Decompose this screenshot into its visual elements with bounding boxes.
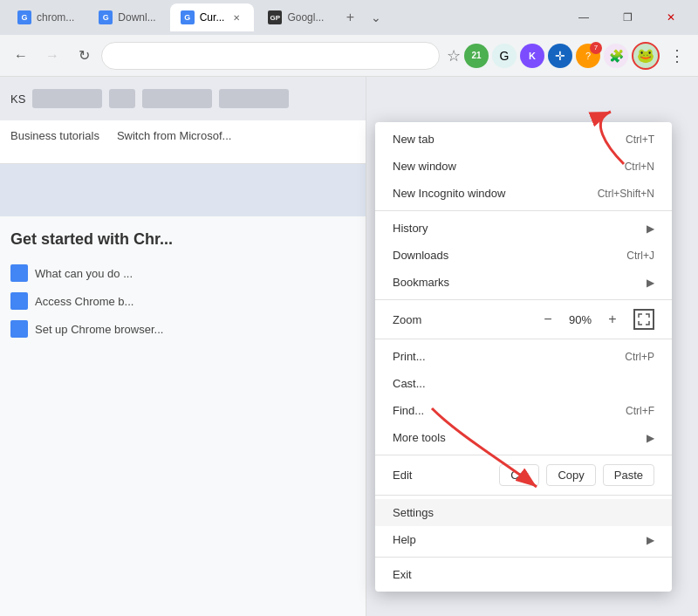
menu-incognito-label: New Incognito window: [393, 187, 598, 200]
menu-settings-label: Settings: [393, 506, 654, 519]
extension-icons: 21 G K ✛ ? 7 🧩 🐸: [464, 42, 691, 70]
copy-button[interactable]: Copy: [546, 464, 595, 486]
tab-label-2: Downl...: [118, 11, 155, 24]
menu-help-arrow: ▶: [647, 534, 654, 546]
menu-downloads-label: Downloads: [393, 249, 626, 262]
tab-dropdown-button[interactable]: ⌄: [366, 7, 387, 28]
menu-history-arrow: ▶: [647, 222, 654, 235]
menu-item-history[interactable]: History ▶: [375, 215, 672, 242]
menu-zoom-row: Zoom − 90% +: [375, 304, 672, 335]
menu-new-window-shortcut: Ctrl+N: [625, 161, 654, 173]
menu-item-help[interactable]: Help ▶: [375, 526, 672, 553]
menu-bookmarks-arrow: ▶: [647, 277, 654, 289]
ext-icon-2[interactable]: G: [492, 44, 517, 68]
menu-item-cast[interactable]: Cast...: [375, 370, 672, 397]
menu-edit-label: Edit: [393, 469, 492, 482]
ext-icon-1[interactable]: 21: [464, 44, 489, 68]
sidebar-box2: [109, 89, 135, 108]
menu-item-print[interactable]: Print... Ctrl+P: [375, 343, 672, 370]
menu-item-new-incognito[interactable]: New Incognito window Ctrl+Shift+N: [375, 180, 672, 207]
menu-item-new-window[interactable]: New window Ctrl+N: [375, 153, 672, 180]
tab-current[interactable]: G Cur... ✕: [170, 3, 255, 31]
page-title: Get started with Chr...: [10, 230, 355, 249]
window-controls: — ❐ ✕: [564, 0, 691, 35]
tab-favicon-1: G: [17, 10, 31, 24]
bookmark-star[interactable]: ☆: [447, 46, 461, 65]
profile-icon[interactable]: 🐸: [632, 42, 660, 70]
page-sidebar: KS Business tutorials Switch from Micros…: [0, 77, 366, 616]
menu-incognito-shortcut: Ctrl+Shift+N: [598, 188, 654, 200]
menu-find-shortcut: Ctrl+F: [626, 405, 654, 417]
toolbar: ← → ↻ ☆ 21 G K ✛ ? 7: [0, 35, 698, 77]
ext-icon-5[interactable]: ? 7: [576, 44, 600, 68]
chrome-menu: New tab Ctrl+T New window Ctrl+N New Inc…: [375, 122, 672, 592]
tab-label-3: Cur...: [200, 11, 225, 24]
close-button[interactable]: ✕: [651, 0, 691, 35]
fullscreen-button[interactable]: [633, 309, 654, 330]
ext-icon-puzzle[interactable]: 🧩: [604, 44, 628, 68]
chrome-menu-button[interactable]: ⋮: [663, 42, 691, 70]
forward-button[interactable]: →: [38, 42, 66, 70]
tab-favicon-2: G: [99, 10, 113, 24]
menu-print-label: Print...: [393, 350, 625, 363]
menu-cast-label: Cast...: [393, 377, 654, 390]
menu-item-exit[interactable]: Exit: [375, 561, 672, 588]
reload-button[interactable]: ↻: [70, 42, 98, 70]
tab-google[interactable]: GP Googl...: [257, 3, 334, 31]
breadcrumb: Business tutorials Switch from Microsof.…: [0, 120, 366, 151]
list-text-2: Access Chrome b...: [35, 295, 133, 308]
list-icon-1: [10, 264, 28, 282]
menu-new-window-label: New window: [393, 160, 625, 173]
ext-icon-3[interactable]: K: [520, 44, 544, 68]
maximize-button[interactable]: ❐: [607, 0, 647, 35]
sidebar-box4: [219, 89, 289, 108]
menu-new-tab-shortcut: Ctrl+T: [626, 133, 654, 146]
zoom-decrease-button[interactable]: −: [537, 309, 558, 330]
zoom-increase-button[interactable]: +: [602, 309, 623, 330]
list-item-2: Access Chrome b...: [10, 287, 355, 315]
menu-help-label: Help: [393, 533, 640, 546]
divider-6: [375, 557, 672, 558]
page-content: KS Business tutorials Switch from Micros…: [0, 77, 698, 616]
list-item-1: What can you do ...: [10, 259, 355, 287]
sidebar-top: KS: [0, 77, 366, 120]
back-button[interactable]: ←: [7, 42, 35, 70]
zoom-value: 90%: [558, 313, 602, 326]
menu-zoom-label: Zoom: [393, 313, 537, 326]
menu-item-bookmarks[interactable]: Bookmarks ▶: [375, 269, 672, 296]
menu-more-tools-arrow: ▶: [647, 432, 654, 444]
tab-favicon-3: G: [181, 10, 195, 24]
tab-chrom[interactable]: G chrom...: [7, 3, 85, 31]
menu-exit-label: Exit: [393, 568, 654, 581]
minimize-button[interactable]: —: [564, 0, 604, 35]
breadcrumb-item-1[interactable]: Business tutorials: [10, 129, 99, 142]
url-bar[interactable]: [101, 42, 440, 70]
menu-item-more-tools[interactable]: More tools ▶: [375, 424, 672, 451]
menu-item-find[interactable]: Find... Ctrl+F: [375, 397, 672, 424]
sidebar-box3: [142, 89, 212, 108]
list-icon-2: [10, 292, 28, 310]
menu-new-tab-label: New tab: [393, 133, 626, 146]
menu-history-label: History: [393, 222, 640, 235]
menu-item-new-tab[interactable]: New tab Ctrl+T: [375, 126, 672, 153]
divider-4: [375, 455, 672, 455]
menu-edit-row: Edit Cut Copy Paste: [375, 459, 672, 491]
tab-label-4: Googl...: [287, 11, 324, 24]
breadcrumb-item-2[interactable]: Switch from Microsof...: [117, 129, 231, 142]
cut-button[interactable]: Cut: [499, 464, 539, 486]
sidebar-ks-label: KS: [10, 92, 25, 106]
tab-favicon-4: GP: [268, 10, 282, 24]
ext-icon-4[interactable]: ✛: [548, 44, 572, 68]
sidebar-banner: [0, 164, 366, 216]
menu-item-settings[interactable]: Settings: [375, 499, 672, 526]
menu-item-downloads[interactable]: Downloads Ctrl+J: [375, 242, 672, 269]
divider-2: [375, 299, 672, 300]
menu-more-tools-label: More tools: [393, 431, 640, 444]
tab-downloads[interactable]: G Downl...: [88, 3, 166, 31]
tab-label-1: chrom...: [37, 11, 74, 24]
add-tab-button[interactable]: +: [338, 5, 362, 30]
menu-bookmarks-label: Bookmarks: [393, 276, 640, 289]
tab-close-3[interactable]: ✕: [229, 10, 243, 24]
list-item-3: Set up Chrome browser...: [10, 315, 355, 343]
paste-button[interactable]: Paste: [603, 464, 654, 486]
